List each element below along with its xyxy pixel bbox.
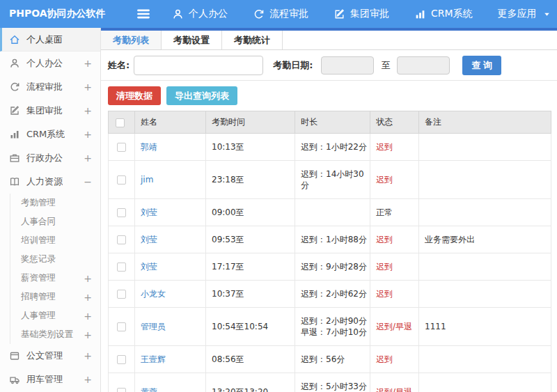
date-from-input[interactable] [321, 56, 374, 75]
column-header: 备注 [419, 111, 551, 134]
row-checkbox[interactable] [117, 235, 126, 244]
select-all-checkbox[interactable] [116, 118, 125, 127]
time-cell: 17:17至 [206, 253, 295, 281]
nav-item-label: CRM系统 [431, 8, 473, 20]
sidebar-item-personnel-management[interactable]: 人事管理+ [0, 306, 100, 325]
expand-icon[interactable]: + [79, 350, 92, 361]
tab-attendance-statistics[interactable]: 考勤统计 [222, 31, 283, 49]
nav-item-crm-system[interactable]: CRM系统 [414, 8, 473, 20]
edit-icon [334, 8, 345, 20]
collapse-icon[interactable]: − [79, 176, 92, 187]
expand-icon[interactable]: + [79, 129, 92, 140]
sidebar-item-vehicle-management[interactable]: 用车管理+ [0, 368, 100, 391]
expand-icon[interactable]: + [79, 374, 92, 385]
status-cell: 迟到 [370, 226, 419, 253]
sidebar-item-crm-system[interactable]: CRM系统+ [0, 123, 100, 146]
sidebar-item-label: 公文管理 [26, 350, 63, 362]
expand-icon[interactable]: + [79, 58, 92, 69]
sidebar-item-salary-management[interactable]: 薪资管理+ [0, 269, 100, 288]
sidebar-item-personal-office[interactable]: 个人办公+ [0, 52, 100, 75]
employee-name-link[interactable]: 管理员 [141, 322, 166, 331]
employee-name-link[interactable]: 王壹辉 [141, 354, 166, 364]
duration-cell: 迟到：1小时22分 [295, 134, 370, 161]
nav-item-label: 个人办公 [189, 8, 228, 20]
duration-line: 迟到：5小时33分 [301, 381, 367, 392]
row-checkbox[interactable] [117, 143, 126, 152]
sidebar-item-personal-desktop[interactable]: 个人桌面 [0, 28, 100, 52]
name-cell: 刘莹 [135, 226, 206, 253]
menu-icon[interactable] [136, 6, 151, 22]
remark-cell [419, 199, 551, 226]
row-checkbox[interactable] [117, 208, 126, 217]
status-badge: 迟到 [376, 262, 393, 272]
time-cell: 10:37至 [206, 281, 295, 308]
status-cell: 迟到/早退 [370, 308, 419, 346]
employee-name-link[interactable]: 黄蓉 [141, 387, 157, 392]
nav-item-group-approval[interactable]: 集团审批 [334, 8, 389, 20]
expand-icon[interactable]: + [79, 329, 92, 340]
employee-name-link[interactable]: 小龙女 [141, 289, 166, 299]
row-checkbox[interactable] [117, 175, 126, 185]
sidebar-item-group-approval[interactable]: 集团审批+ [0, 99, 100, 123]
sidebar-item-personnel-contract[interactable]: 人事合同 [0, 212, 100, 231]
table-row: 小龙女10:37至迟到：2小时62分迟到 [109, 281, 551, 308]
duration-cell: 迟到：9小时28分 [295, 253, 370, 281]
expand-icon[interactable]: + [79, 105, 92, 116]
search-button[interactable]: 查 询 [462, 56, 501, 75]
nav-item-personal-office[interactable]: 个人办公 [172, 8, 228, 20]
sidebar-item-human-resources[interactable]: 人力资源− [0, 170, 100, 194]
sidebar-item-workflow-approval[interactable]: 流程审批+ [0, 75, 100, 99]
employee-name-link[interactable]: 刘莹 [141, 262, 157, 272]
app-title: PHPOA协同办公软件 [0, 8, 101, 20]
sidebar-item-admin-office[interactable]: 行政办公+ [0, 146, 100, 170]
nav-item-more-apps[interactable]: 更多应用 [498, 8, 551, 20]
status-cell: 迟到/早退 [370, 373, 419, 392]
sidebar: 个人桌面个人办公+流程审批+集团审批+CRM系统+行政办公+人力资源−考勤管理人… [0, 28, 101, 392]
row-checkbox[interactable] [117, 262, 126, 272]
sidebar-item-recruitment-management[interactable]: 招聘管理+ [0, 288, 100, 306]
employee-name-link[interactable]: 刘莹 [141, 207, 157, 217]
status-badge: 迟到/早退 [376, 387, 412, 392]
table-row: 王壹辉08:56至迟到：56分迟到 [109, 346, 551, 373]
expand-icon[interactable]: + [79, 81, 92, 93]
table-row: 刘莹09:00至正常 [109, 199, 551, 226]
expand-icon[interactable]: + [79, 152, 92, 164]
nav-item-workflow-approval[interactable]: 流程审批 [253, 8, 308, 20]
time-cell: 09:00至 [206, 199, 295, 226]
sidebar-item-label: 集团审批 [26, 104, 63, 117]
sidebar-item-training-management[interactable]: 培训管理 [0, 231, 100, 250]
sidebar-item-document-management[interactable]: 公文管理+ [0, 344, 100, 368]
name-cell: jim [135, 161, 206, 199]
tab-attendance-list[interactable]: 考勤列表 [101, 31, 162, 49]
export-list-button[interactable]: 导出查询列表 [166, 86, 237, 105]
sidebar-item-reward-punishment[interactable]: 奖惩记录 [0, 250, 100, 269]
person-icon [172, 8, 184, 20]
name-filter-input[interactable] [134, 56, 263, 75]
name-cell: 刘莹 [135, 253, 206, 281]
employee-name-link[interactable]: 刘莹 [141, 235, 157, 244]
sidebar-item-attendance-management[interactable]: 考勤管理 [0, 194, 100, 212]
remark-cell: 业务需要外出 [419, 226, 551, 253]
person-icon [9, 58, 20, 69]
row-checkbox[interactable] [117, 322, 126, 331]
sidebar-item-label: 招聘管理 [21, 291, 56, 303]
row-checkbox[interactable] [117, 355, 126, 364]
sidebar-item-basic-category-settings[interactable]: 基础类别设置+ [0, 325, 100, 344]
home-icon [9, 34, 20, 45]
expand-icon[interactable]: + [79, 273, 92, 284]
row-checkbox[interactable] [117, 388, 126, 392]
clean-data-button[interactable]: 清理数据 [108, 86, 161, 105]
expand-icon[interactable]: + [79, 311, 92, 322]
tab-attendance-settings[interactable]: 考勤设置 [162, 31, 222, 49]
sidebar-item-label: 基础类别设置 [21, 329, 73, 340]
sidebar-item-label: 个人桌面 [26, 33, 63, 46]
date-filter-label: 考勤日期: [273, 59, 313, 72]
table-row: 刘莹09:53至迟到：1小时88分迟到业务需要外出 [109, 226, 551, 253]
employee-name-link[interactable]: 郭靖 [141, 142, 157, 152]
remark-cell: 1111 [419, 308, 551, 346]
row-checkbox[interactable] [117, 290, 126, 299]
duration-line: 迟到：14小时30分 [301, 168, 367, 191]
date-to-input[interactable] [397, 56, 450, 75]
employee-name-link[interactable]: jim [141, 175, 153, 185]
expand-icon[interactable]: + [79, 292, 92, 303]
